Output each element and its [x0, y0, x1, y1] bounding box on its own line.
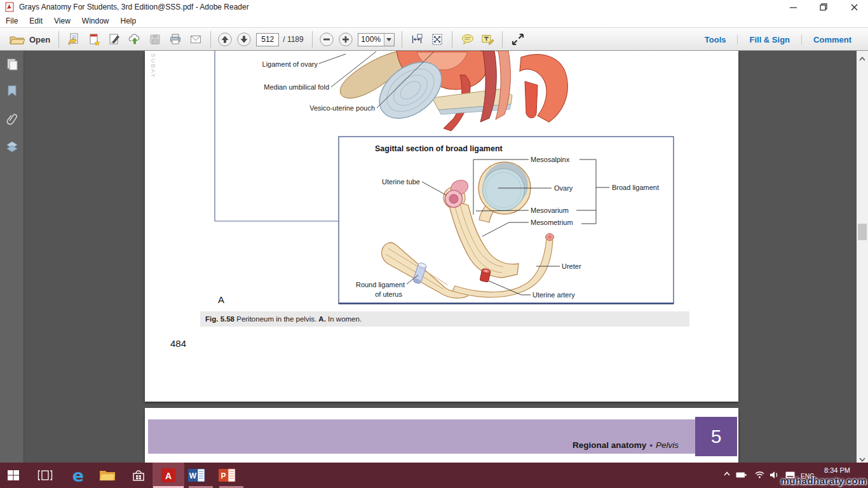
toolbar-separator: [58, 31, 59, 48]
label-uterine-artery: Uterine artery: [532, 291, 575, 299]
desktop: Grays Anatomy For Students, 3rd Edition@…: [0, 0, 868, 488]
zoom-level-combo[interactable]: 100%: [358, 33, 395, 46]
clock[interactable]: 8:34 PM: [824, 466, 850, 474]
label-mesosalpinx: Mesosalpinx: [531, 156, 570, 163]
start-button[interactable]: [6, 468, 20, 482]
tab-tools[interactable]: Tools: [693, 35, 738, 44]
header-section: Regional anatomy: [573, 440, 646, 450]
page-total-label: / 1189: [283, 35, 303, 44]
toolbar-separator: [452, 31, 452, 48]
toolbar-separator: [502, 31, 503, 48]
volume-icon[interactable]: [770, 471, 779, 479]
edge-browser-icon[interactable]: e: [69, 464, 88, 487]
zoom-dropdown-button[interactable]: [384, 34, 394, 46]
document-viewer: SUBAY: [0, 51, 868, 463]
chapter-header-text: Regional anatomy•Pelvis: [573, 440, 679, 450]
caption-panel-letter: A.: [318, 315, 326, 323]
caption-text-2: In women.: [326, 315, 362, 323]
figure-caption: Fig. 5.58 Peritoneum in the pelvis. A. I…: [200, 311, 689, 327]
scroll-up-arrow[interactable]: [858, 53, 866, 60]
open-button[interactable]: Open: [5, 30, 54, 48]
save-button[interactable]: [148, 32, 162, 46]
chevron-down-icon: [386, 38, 391, 41]
inset-title: Sagittal section of broad ligament: [375, 144, 503, 153]
book-page-number: 484: [170, 338, 186, 349]
close-button[interactable]: [844, 0, 864, 14]
scroll-down-arrow[interactable]: [858, 454, 866, 460]
menu-bar: File Edit View Window Help: [0, 14, 868, 28]
menu-view[interactable]: View: [48, 17, 76, 25]
adobe-reader-app-icon: [5, 2, 15, 15]
uterine-tube-shape: [445, 191, 463, 208]
file-explorer-icon[interactable]: [99, 469, 116, 482]
pelvis-sagittal-artwork: [340, 51, 567, 131]
bookmarks-icon[interactable]: [5, 84, 19, 98]
window-title: Grays Anatomy For Students, 3rd Edition@…: [19, 3, 249, 11]
label-uterine-tube: Uterine tube: [382, 178, 420, 186]
page-thumbnails-icon[interactable]: [5, 57, 19, 71]
fit-page-button[interactable]: [430, 32, 444, 46]
label-broad-ligament: Broad ligament: [612, 184, 659, 191]
wifi-icon[interactable]: [754, 470, 765, 478]
send-file-button[interactable]: [67, 32, 81, 46]
create-pdf-button[interactable]: [87, 32, 101, 46]
minimize-button[interactable]: [783, 0, 803, 14]
label-ureter: Ureter: [562, 262, 581, 270]
fullscreen-button[interactable]: [510, 32, 524, 46]
fit-width-button[interactable]: [410, 32, 424, 46]
caption-fig-number: Fig. 5.58: [205, 315, 234, 323]
print-button[interactable]: [168, 32, 182, 46]
zoom-out-button[interactable]: [320, 32, 334, 46]
caption-text-1: Peritoneum in the pelvis.: [234, 315, 318, 323]
comment-bubble-button[interactable]: [460, 32, 474, 46]
menu-help[interactable]: Help: [115, 17, 142, 25]
label-mesovarium: Mesovarium: [531, 207, 569, 214]
menu-window[interactable]: Window: [76, 17, 115, 25]
tray-expand-chevron-icon[interactable]: [723, 471, 731, 477]
tab-comment[interactable]: Comment: [801, 35, 863, 44]
next-page-button[interactable]: [237, 32, 251, 46]
email-button[interactable]: [189, 32, 203, 46]
powerpoint-taskbar-button[interactable]: P: [219, 468, 238, 483]
panel-letter: A: [218, 294, 224, 305]
toolbar-separator: [312, 31, 313, 48]
zoom-in-button[interactable]: [339, 32, 353, 46]
battery-icon[interactable]: [736, 471, 747, 478]
label-vesico-uterine-pouch: Vesico-uterine pouch: [309, 104, 375, 112]
figure-outer-box: [215, 51, 339, 221]
page-number-input[interactable]: [256, 33, 279, 46]
text-annotation-button[interactable]: [480, 32, 494, 46]
open-folder-icon: [9, 33, 25, 46]
label-round-ligament-line2: of uterus: [375, 290, 402, 298]
label-median-umbilical-fold: Median umbilical fold: [264, 83, 329, 91]
zoom-level-value: 100%: [358, 35, 384, 44]
header-topic: Pelvis: [656, 440, 679, 450]
windows-store-icon[interactable]: [131, 468, 146, 483]
windows-taskbar: e A W P *: [0, 463, 868, 488]
site-watermark: muhadharaty.com: [780, 475, 867, 486]
svg-text:W: W: [189, 471, 197, 480]
previous-page-button[interactable]: [218, 32, 232, 46]
vertical-scrollbar[interactable]: [857, 51, 868, 463]
toolbar-separator: [210, 31, 211, 48]
task-view-button[interactable]: [37, 470, 53, 481]
svg-text:A: A: [165, 471, 172, 481]
scrollbar-thumb[interactable]: [858, 224, 867, 240]
sign-document-button[interactable]: [107, 32, 121, 46]
toolbar-right-tabs: Tools Fill & Sign Comment: [693, 30, 863, 49]
svg-text:P: P: [220, 471, 226, 480]
word-taskbar-button[interactable]: W: [188, 468, 207, 483]
restore-button[interactable]: [814, 0, 833, 14]
menu-edit[interactable]: Edit: [24, 17, 48, 25]
tab-fill-and-sign[interactable]: Fill & Sign: [737, 35, 801, 44]
layers-icon[interactable]: [5, 140, 19, 154]
label-mesometrium: Mesometrium: [531, 219, 573, 226]
adobe-reader-taskbar-button[interactable]: A: [153, 463, 184, 488]
navigation-pane: [0, 51, 24, 463]
pdf-page-484: SUBAY: [145, 51, 738, 402]
pdf-page-485: Regional anatomy•Pelvis 5: [145, 408, 738, 463]
cloud-upload-button[interactable]: [128, 32, 142, 46]
menu-file[interactable]: File: [0, 17, 24, 25]
attachments-icon[interactable]: [5, 112, 19, 126]
toolbar-separator: [402, 31, 402, 48]
